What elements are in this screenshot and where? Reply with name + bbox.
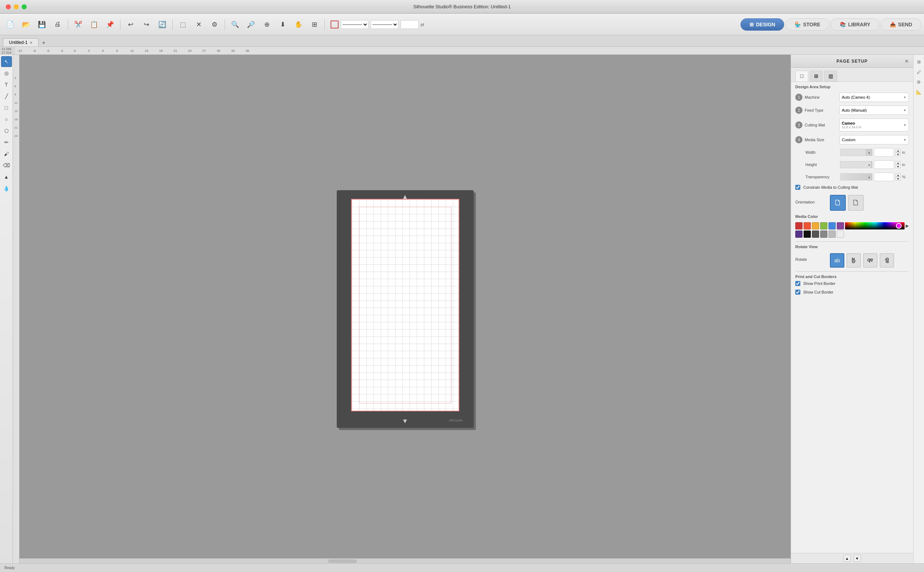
add-button[interactable]: ⊞ bbox=[307, 17, 322, 32]
constrain-media-checkbox[interactable] bbox=[795, 185, 800, 190]
edge-button-4[interactable]: 📐 bbox=[915, 88, 923, 96]
canvas-area[interactable]: 3 6 9 12 15 18 21 24 ▲ ▼ bbox=[13, 55, 791, 563]
open-button[interactable]: 📂 bbox=[19, 17, 33, 32]
redo-button[interactable]: ↪ bbox=[139, 17, 154, 32]
width-slider[interactable]: ▲ bbox=[840, 149, 873, 156]
height-slider[interactable]: ▲ bbox=[840, 161, 873, 168]
zoom-in-button[interactable]: 🔍 bbox=[228, 17, 242, 32]
color-swatch-dark-gray[interactable] bbox=[812, 230, 819, 238]
nav-tab-design[interactable]: ⊞ DESIGN bbox=[740, 19, 784, 31]
nav-tab-send[interactable]: 📤 SEND bbox=[881, 19, 921, 31]
orientation-landscape-button[interactable]: 🗋 bbox=[848, 195, 864, 211]
close-button[interactable] bbox=[6, 4, 11, 9]
color-swatch-dark-purple[interactable] bbox=[795, 230, 802, 238]
width-increment[interactable]: ▲ bbox=[896, 149, 901, 152]
rotate-180-button[interactable]: ab bbox=[863, 253, 877, 267]
panel-tab-grid[interactable]: ⊞ bbox=[810, 71, 823, 81]
maximize-button[interactable] bbox=[22, 4, 26, 9]
stroke-weight-select[interactable]: ─────── bbox=[371, 20, 398, 29]
color-arrow[interactable]: ▶ bbox=[905, 223, 909, 228]
fill-tool-button[interactable]: ▲ bbox=[1, 171, 12, 182]
feed-type-select[interactable]: Auto (Manual) bbox=[839, 106, 909, 115]
copy-button[interactable]: 📋 bbox=[87, 17, 101, 32]
node-tool-button[interactable]: ◎ bbox=[1, 68, 12, 79]
color-swatch-light-gray[interactable] bbox=[829, 230, 836, 238]
stroke-color-box[interactable] bbox=[330, 20, 338, 28]
edge-button-1[interactable]: ⊞ bbox=[915, 58, 923, 66]
width-input[interactable]: 10.500 bbox=[874, 148, 894, 157]
eraser-tool-button[interactable]: ⌫ bbox=[1, 160, 12, 171]
show-cut-border-checkbox[interactable] bbox=[795, 290, 800, 295]
sync-button[interactable]: 🔄 bbox=[155, 17, 170, 32]
edge-button-2[interactable]: 🖊 bbox=[915, 68, 923, 76]
nav-tab-store[interactable]: 🏪 STORE bbox=[785, 19, 829, 31]
transparency-increment[interactable]: ▲ bbox=[896, 173, 901, 177]
new-tab-button[interactable]: + bbox=[40, 39, 47, 47]
panel-scroll-area[interactable]: Design Area Setup 1 Machine Auto (Cameo … bbox=[791, 82, 913, 553]
text-tool-button[interactable]: T bbox=[1, 79, 12, 90]
settings-button[interactable]: ⚙ bbox=[207, 17, 222, 32]
panel-tab-other[interactable]: ▥ bbox=[824, 71, 837, 81]
tab-close-button[interactable]: ✕ bbox=[30, 41, 33, 45]
panel-close-button[interactable]: ✕ bbox=[905, 58, 909, 64]
transparency-input[interactable]: 0.0 bbox=[874, 173, 894, 181]
color-swatch-orange[interactable] bbox=[812, 222, 819, 230]
new-button[interactable]: 📄 bbox=[3, 17, 17, 32]
horizontal-scrollbar-thumb[interactable] bbox=[328, 560, 357, 563]
print-button[interactable]: 🖨 bbox=[50, 17, 65, 32]
line-tool-button[interactable]: ╱ bbox=[1, 91, 12, 102]
color-swatch-purple[interactable] bbox=[837, 222, 844, 230]
color-swatch-orange-red[interactable] bbox=[804, 222, 811, 230]
stroke-style-select[interactable]: ─────── bbox=[341, 20, 368, 29]
panel-scroll-up[interactable]: ▲ bbox=[844, 555, 851, 562]
rotate-0-button[interactable]: ab bbox=[830, 253, 845, 267]
pan-button[interactable]: ✋ bbox=[291, 17, 306, 32]
crop-button[interactable]: ✕ bbox=[192, 17, 206, 32]
pencil-tool-button[interactable]: ✏ bbox=[1, 137, 12, 148]
color-swatch-black[interactable] bbox=[804, 230, 811, 238]
color-swatch-blue[interactable] bbox=[829, 222, 836, 230]
show-print-border-checkbox[interactable] bbox=[795, 281, 800, 286]
machine-select[interactable]: Auto (Cameo 4) bbox=[839, 93, 909, 102]
width-decrement[interactable]: ▼ bbox=[896, 152, 901, 156]
eyedropper-tool-button[interactable]: 💧 bbox=[1, 183, 12, 194]
color-gradient[interactable] bbox=[845, 222, 905, 230]
color-swatch-gray[interactable] bbox=[820, 230, 827, 238]
rotate-90-button[interactable]: ab bbox=[846, 253, 861, 267]
height-input[interactable]: 23.500 bbox=[874, 160, 894, 169]
transparency-slider[interactable]: ▲ bbox=[840, 173, 873, 180]
tab-bar: Untitled-1 ✕ + bbox=[0, 35, 924, 47]
select-button[interactable]: ⬚ bbox=[176, 17, 190, 32]
select-tool-button[interactable]: ↖ bbox=[1, 56, 12, 67]
edge-button-3[interactable]: ⚙ bbox=[915, 78, 923, 87]
fit-button[interactable]: ⊕ bbox=[260, 17, 274, 32]
color-swatch-green[interactable] bbox=[820, 222, 827, 230]
zoom-out-button[interactable]: 🔎 bbox=[244, 17, 258, 32]
move-down-button[interactable]: ⬇ bbox=[276, 17, 290, 32]
panel-tab-design[interactable]: □ bbox=[795, 71, 808, 81]
color-swatch-white[interactable] bbox=[837, 230, 844, 238]
color-swatch-red[interactable] bbox=[795, 222, 802, 230]
orientation-portrait-button[interactable]: 🗋 bbox=[830, 195, 846, 211]
undo-button[interactable]: ↩ bbox=[123, 17, 138, 32]
rotate-270-button[interactable]: ab bbox=[880, 253, 894, 267]
paste-button[interactable]: 📌 bbox=[103, 17, 117, 32]
stroke-value-input[interactable]: 0.00 bbox=[400, 20, 419, 29]
rect-tool-button[interactable]: □ bbox=[1, 102, 12, 113]
height-increment[interactable]: ▲ bbox=[896, 161, 901, 165]
transparency-decrement[interactable]: ▼ bbox=[896, 177, 901, 180]
paint-tool-button[interactable]: 🖌 bbox=[1, 148, 12, 159]
panel-scroll-down[interactable]: ▼ bbox=[854, 555, 861, 562]
ellipse-tool-button[interactable]: ○ bbox=[1, 114, 12, 124]
poly-tool-button[interactable]: ⬠ bbox=[1, 125, 12, 136]
grid-area[interactable] bbox=[351, 199, 459, 411]
minimize-button[interactable] bbox=[14, 4, 19, 9]
media-size-select[interactable]: Custom bbox=[839, 135, 909, 145]
height-decrement[interactable]: ▼ bbox=[896, 165, 901, 168]
nav-tab-library[interactable]: 📚 LIBRARY bbox=[831, 19, 879, 31]
save-button[interactable]: 💾 bbox=[34, 17, 49, 32]
cut-button[interactable]: ✂️ bbox=[71, 17, 86, 32]
tab-untitled-1[interactable]: Untitled-1 ✕ bbox=[3, 38, 39, 47]
horizontal-scrollbar[interactable] bbox=[19, 558, 791, 563]
cutting-mat-select[interactable]: Cameo 12.0 x 24.0 in bbox=[839, 118, 909, 132]
